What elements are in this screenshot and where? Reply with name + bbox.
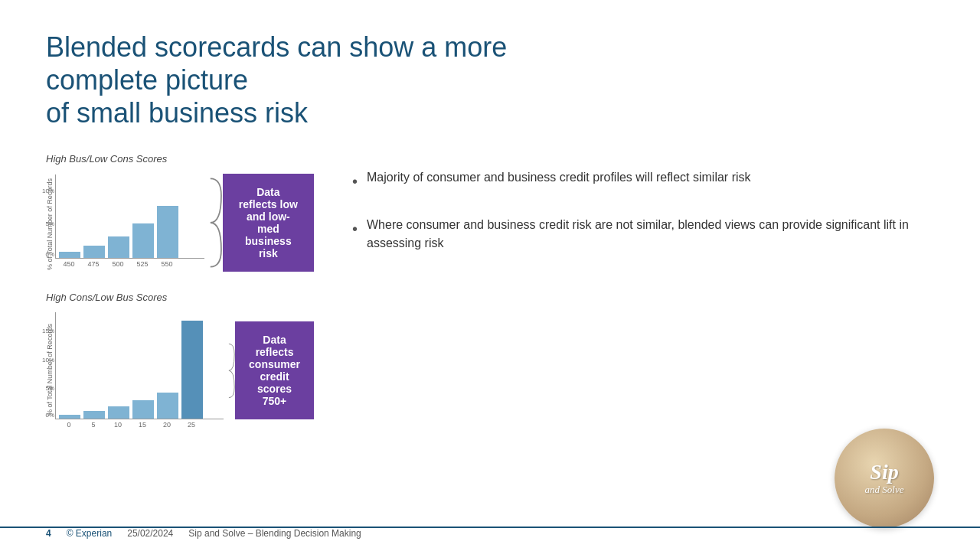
xlbl-525: 525 [132,260,153,268]
footer-date: 25/02/2024 [127,528,173,539]
ytick-5: 5% [34,220,54,227]
content-area: High Bus/Low Cons Scores % of Total Numb… [46,153,934,434]
chart-bottom-title: High Cons/Low Bus Scores [46,292,314,303]
xlbl-450: 450 [58,260,80,268]
ytick-b15: 15% [34,328,54,334]
chart-top-block: High Bus/Low Cons Scores % of Total Numb… [46,153,314,276]
chart-bottom-wrapper: % of Total Number of Records 0% 5% 10% 1… [46,312,224,429]
xlbl-20: 20 [156,421,178,429]
data-box-bottom-text: Data reflects consumer credit scores 750… [249,334,300,407]
xlbl-10: 10 [107,421,129,429]
bar-bot-2 [83,411,105,419]
xlbl-15: 15 [132,421,153,429]
logo-and-solve: and Solve [865,484,904,495]
ytick-10: 10% [34,187,54,194]
slide: Blended scorecards can show a more compl… [0,0,980,551]
footer: 4 © Experian 25/02/2024 Sip and Solve – … [0,527,980,539]
footer-title: Sip and Solve – Blending Decision Making [188,528,361,539]
title-line1: Blended scorecards can show a more compl… [46,31,507,96]
xlbl-5: 5 [83,421,104,429]
bar-bot-6 [181,321,203,419]
xlbl-550: 550 [156,260,178,268]
xlbl-500: 500 [107,260,129,268]
bullet-text-2: Where consumer and business credit risk … [367,216,934,253]
ytick-b10: 10% [34,357,54,364]
bullet-item-2: • Where consumer and business credit ris… [352,216,934,253]
slide-title: Blended scorecards can show a more compl… [46,31,582,130]
xlbl-0: 0 [58,421,80,429]
bar-top-5 [157,206,178,258]
data-box-top: Data reflects low and low-med business r… [223,174,314,272]
sip-solve-logo: Sip and Solve [835,429,934,528]
chart-top-bars: 0% 5% 10% [55,174,204,259]
bullet-dot-1: • [352,170,358,193]
bar-top-2 [83,246,105,258]
chart-bottom-inner: 0% 5% 10% 15% [55,312,224,429]
logo-sip: Sip [865,461,904,484]
bar-top-1 [59,252,80,258]
ytick-b5: 5% [34,385,54,392]
xlbl-475: 475 [83,260,104,268]
chart-top-xlabels: 450 475 500 525 550 [55,260,204,268]
logo-circle: Sip and Solve [835,429,934,528]
charts-section: High Bus/Low Cons Scores % of Total Numb… [46,153,314,434]
ytick-0: 0% [34,251,54,258]
title-line2: of small business risk [46,97,308,129]
chart-bottom-xlabels: 0 5 10 15 20 25 [55,421,224,429]
chart-bottom-title-normal: High Cons/ [46,292,95,303]
bar-bot-3 [108,406,129,419]
data-box-bottom: Data reflects consumer credit scores 750… [235,321,314,419]
brace-bottom [228,308,235,434]
data-box-top-text: Data reflects low and low-med business r… [237,186,300,259]
footer-page: 4 [46,528,51,539]
bullet-dot-2: • [352,217,358,240]
bar-bot-5 [157,393,178,419]
footer-copyright: © Experian [67,528,113,539]
bar-bot-1 [59,415,80,419]
bullet-item-1: • Majority of consumer and business cred… [352,168,934,193]
xlbl-25: 25 [181,421,202,429]
chart-top-title-italic: Low Cons Scores [89,153,167,165]
chart-top-row: % of Total Number of Records 0% 5% 10% [46,169,314,276]
chart-bottom-bars: 0% 5% 10% 15% [55,312,224,419]
bar-top-3 [108,236,129,258]
chart-top-wrapper: % of Total Number of Records 0% 5% 10% [46,174,204,270]
brace-top [209,169,223,276]
chart-top-title: High Bus/Low Cons Scores [46,153,314,165]
bullet-text-1: Majority of consumer and business credit… [367,168,751,187]
chart-top-inner: 0% 5% 10% 450 [55,174,204,268]
chart-bottom-title-italic: Low Bus Scores [95,292,167,303]
bar-bot-4 [132,400,154,419]
bullets-section: • Majority of consumer and business cred… [329,153,934,276]
chart-bottom-block: High Cons/Low Bus Scores % of Total Numb… [46,292,314,434]
chart-top-title-normal: High Bus/ [46,153,89,165]
bar-top-4 [132,223,154,258]
logo-text: Sip and Solve [865,461,904,495]
chart-bottom-row: % of Total Number of Records 0% 5% 10% 1… [46,308,314,434]
ytick-b0: 0% [34,412,54,419]
